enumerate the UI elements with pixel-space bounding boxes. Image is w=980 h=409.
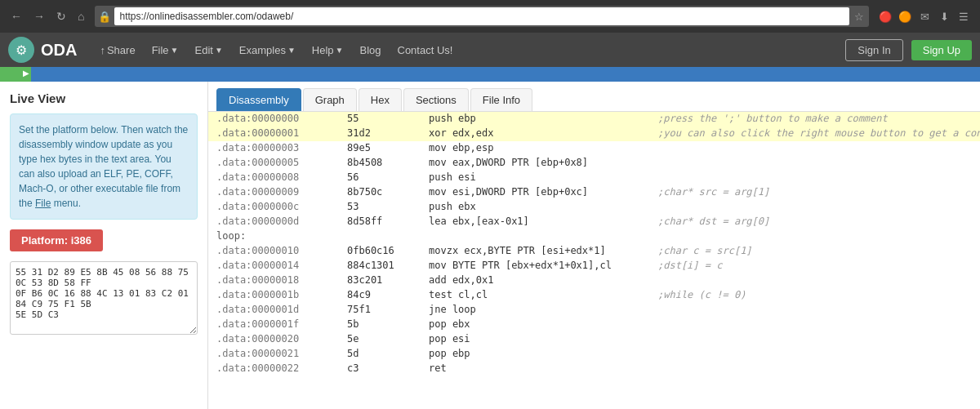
right-panel: Disassembly Graph Hex Sections File Info… bbox=[208, 82, 980, 409]
lock-icon: 🔒 bbox=[97, 9, 112, 24]
menu-icon[interactable]: ☰ bbox=[956, 9, 971, 24]
info-text-2: menu. bbox=[54, 198, 81, 209]
table-row: .data:0000000131d2xor edx,edx;you can al… bbox=[208, 127, 980, 141]
code-comment: ;char c = src[1] bbox=[657, 245, 752, 258]
table-row: .data:0000001883c201add edx,0x1 bbox=[208, 273, 980, 288]
browser-topbar: ← → ↻ ⌂ 🔒 ☆ 🔴 🟠 ✉ ⬇ ☰ bbox=[0, 0, 980, 33]
code-address: .data:0000000d bbox=[208, 216, 347, 229]
code-hex: 8b750c bbox=[347, 186, 429, 199]
edit-label: Edit bbox=[195, 44, 213, 56]
left-panel: Live View Set the platform below. Then w… bbox=[0, 82, 208, 409]
examples-menu[interactable]: Examples ▼ bbox=[233, 41, 302, 60]
code-instruction: lea ebx,[eax-0x1] bbox=[429, 216, 657, 229]
progress-bar: ▶ bbox=[0, 67, 31, 82]
home-button[interactable]: ⌂ bbox=[74, 8, 88, 24]
blog-link[interactable]: Blog bbox=[353, 41, 387, 60]
code-comment: ;char* src = arg[1] bbox=[657, 186, 769, 199]
code-hex: 89e5 bbox=[347, 142, 429, 155]
hex-input[interactable]: 55 31 D2 89 E5 8B 45 08 56 88 75 0C 53 8… bbox=[10, 261, 198, 335]
platform-button[interactable]: Platform: i386 bbox=[10, 229, 103, 251]
code-address: .data:00000010 bbox=[208, 245, 347, 258]
file-arrow: ▼ bbox=[171, 46, 179, 55]
code-hex: 31d2 bbox=[347, 127, 429, 140]
code-address: .data:0000001d bbox=[208, 304, 347, 317]
signin-button[interactable]: Sign In bbox=[845, 39, 902, 61]
code-address: .data:00000008 bbox=[208, 171, 347, 184]
table-row: .data:0000000d8d58fflea ebx,[eax-0x1];ch… bbox=[208, 215, 980, 229]
signup-button[interactable]: Sign Up bbox=[911, 40, 972, 60]
code-address: .data:00000018 bbox=[208, 274, 347, 287]
code-instruction: push esi bbox=[429, 171, 657, 184]
file-menu[interactable]: File ▼ bbox=[145, 41, 185, 60]
table-row: loop: bbox=[208, 229, 980, 244]
code-address: .data:00000014 bbox=[208, 260, 347, 273]
table-row: .data:000000215dpop ebp bbox=[208, 347, 980, 362]
addon-icon-3[interactable]: ✉ bbox=[917, 9, 932, 24]
addon-icon-4[interactable]: ⬇ bbox=[937, 9, 951, 24]
table-row: .data:0000000389e5mov ebp,esp bbox=[208, 141, 980, 156]
addon-icon-2[interactable]: 🟠 bbox=[898, 9, 912, 24]
code-hex: 5b bbox=[347, 318, 429, 331]
table-row: .data:00000014884c1301mov BYTE PTR [ebx+… bbox=[208, 259, 980, 273]
code-hex: 55 bbox=[347, 113, 429, 126]
edit-menu[interactable]: Edit ▼ bbox=[189, 41, 229, 60]
code-hex: c3 bbox=[347, 362, 429, 376]
info-box: Set the platform below. Then watch the d… bbox=[10, 113, 198, 220]
table-row: .data:000000100fb60c16movzx ecx,BYTE PTR… bbox=[208, 244, 980, 259]
code-comment: ;you can also click the right mouse butt… bbox=[657, 127, 980, 140]
help-arrow: ▼ bbox=[336, 46, 344, 55]
reload-button[interactable]: ↻ bbox=[52, 8, 70, 24]
tab-disassembly[interactable]: Disassembly bbox=[216, 88, 301, 111]
code-label: loop: bbox=[208, 230, 246, 243]
table-row: .data:0000001f5bpop ebx bbox=[208, 318, 980, 332]
star-icon[interactable]: ☆ bbox=[852, 9, 866, 24]
examples-arrow: ▼ bbox=[287, 46, 296, 55]
forward-button[interactable]: → bbox=[29, 8, 49, 24]
code-hex: 84c9 bbox=[347, 289, 429, 302]
addon-icon-1[interactable]: 🔴 bbox=[878, 9, 893, 24]
tab-fileinfo[interactable]: File Info bbox=[470, 88, 532, 111]
share-link[interactable]: ↑ Share bbox=[93, 41, 141, 60]
tab-graph[interactable]: Graph bbox=[303, 88, 357, 111]
code-comment: ;dst[i] = c bbox=[657, 260, 722, 273]
code-hex: 83c201 bbox=[347, 274, 429, 287]
code-instruction: mov eax,DWORD PTR [ebp+0x8] bbox=[429, 157, 657, 170]
code-address: .data:00000001 bbox=[208, 127, 347, 140]
tab-sections[interactable]: Sections bbox=[403, 88, 469, 111]
progress-area: ▶ bbox=[0, 67, 980, 82]
table-row: .data:0000000c53push ebx bbox=[208, 200, 980, 215]
code-hex: 8d58ff bbox=[347, 216, 429, 229]
code-instruction: xor edx,edx bbox=[429, 127, 657, 140]
address-input[interactable] bbox=[114, 7, 849, 25]
back-button[interactable]: ← bbox=[7, 8, 26, 24]
code-hex: 884c1301 bbox=[347, 260, 429, 273]
code-instruction: push ebp bbox=[429, 113, 657, 126]
info-file-link[interactable]: File bbox=[35, 198, 51, 209]
code-instruction: mov esi,DWORD PTR [ebp+0xc] bbox=[429, 186, 657, 199]
tab-hex[interactable]: Hex bbox=[359, 88, 402, 111]
code-address: .data:00000021 bbox=[208, 348, 347, 361]
code-instruction: jne loop bbox=[429, 304, 657, 317]
code-area[interactable]: .data:0000000055push ebp;press the ';' b… bbox=[208, 112, 980, 409]
table-row: .data:000000098b750cmov esi,DWORD PTR [e… bbox=[208, 185, 980, 200]
code-instruction: add edx,0x1 bbox=[429, 274, 657, 287]
code-address: .data:00000000 bbox=[208, 113, 347, 126]
code-address: .data:00000020 bbox=[208, 333, 347, 346]
address-bar-container: 🔒 ☆ bbox=[95, 6, 869, 27]
code-instruction: movzx ecx,BYTE PTR [esi+edx*1] bbox=[429, 245, 657, 258]
help-menu[interactable]: Help ▼ bbox=[305, 41, 350, 60]
table-row: .data:00000022c3ret bbox=[208, 362, 980, 376]
code-address: .data:0000001f bbox=[208, 318, 347, 331]
code-hex: 53 bbox=[347, 201, 429, 214]
code-instruction: mov BYTE PTR [ebx+edx*1+0x1],cl bbox=[429, 260, 657, 273]
code-address: .data:00000003 bbox=[208, 142, 347, 155]
code-instruction: push ebx bbox=[429, 201, 657, 214]
code-address: .data:0000000c bbox=[208, 201, 347, 214]
code-instruction: mov ebp,esp bbox=[429, 142, 657, 155]
code-comment: ;while (c != 0) bbox=[657, 289, 746, 302]
code-instruction: pop ebx bbox=[429, 318, 657, 331]
info-text-1: Set the platform below. Then watch the d… bbox=[19, 124, 188, 209]
code-instruction: pop esi bbox=[429, 333, 657, 346]
code-comment: ;char* dst = arg[0] bbox=[657, 216, 769, 229]
contact-link[interactable]: Contact Us! bbox=[391, 41, 460, 60]
